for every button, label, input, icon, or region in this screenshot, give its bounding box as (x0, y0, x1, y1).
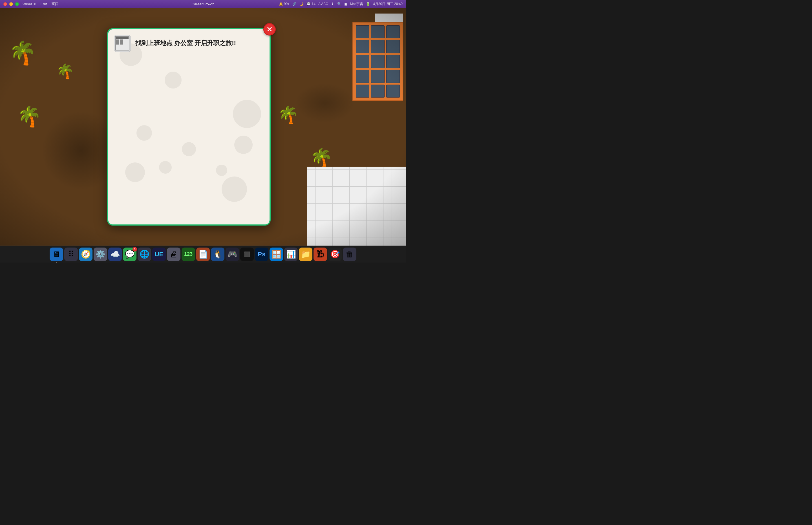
printer-icon: 🖨 (170, 250, 178, 259)
close-traffic[interactable] (3, 2, 7, 6)
dock-qq[interactable]: 🐧 (211, 247, 224, 261)
folder-icon: 📁 (301, 250, 311, 259)
wechat-badge: 3 (133, 247, 137, 252)
search-icon[interactable]: 🔍 (337, 2, 342, 6)
menu-edit[interactable]: Edit (41, 2, 47, 6)
game-area: 🌴 🌴 🌴 🌴 🌴 (0, 8, 406, 245)
app1-icon: 📊 (286, 250, 296, 259)
window-5 (371, 40, 385, 53)
baidu-icon: ☁️ (110, 250, 120, 259)
window-11 (371, 70, 385, 82)
office-icon (115, 36, 130, 50)
dock-photoshop[interactable]: Ps (255, 247, 268, 261)
traffic-lights (3, 2, 19, 6)
dock-finder[interactable]: 🖥 (50, 247, 63, 261)
pages-icon: 📄 (198, 250, 208, 259)
ue-icon: UE (155, 251, 164, 258)
dock-terminal[interactable]: ⬛ (240, 247, 254, 261)
steam-icon: 🎮 (227, 250, 237, 259)
dock-folder[interactable]: 📁 (299, 247, 312, 261)
qq-icon: 🐧 (213, 250, 223, 259)
ps-icon: Ps (258, 251, 266, 258)
menu-bar-right: 🔔 99+ 🔗 🌙 💬 14 A ABC 🎙 🔍 ▣ Mac宇宙 🔋 4月30日… (279, 2, 403, 6)
screen-icon[interactable]: ▣ (344, 2, 347, 6)
tile-ground (307, 167, 406, 245)
window-14 (371, 85, 385, 97)
windows-icon: 🪟 (271, 250, 281, 259)
chrome-icon: 🌐 (139, 250, 149, 259)
window-6 (386, 40, 400, 53)
building (341, 14, 403, 109)
datetime: 4月30日 周三 20:49 (373, 2, 403, 6)
minimize-traffic[interactable] (9, 2, 13, 6)
window-9 (386, 55, 400, 68)
dock-baidu[interactable]: ☁️ (108, 247, 122, 261)
notification-icon[interactable]: 🔔 99+ (279, 2, 290, 6)
window-4 (356, 40, 369, 53)
window-13 (356, 85, 369, 97)
menu-window[interactable]: 窗口 (51, 1, 59, 6)
palm-tree-1: 🌴 (9, 42, 37, 64)
dialog-icon (114, 35, 131, 52)
dialog-body (114, 56, 264, 219)
dock-pages[interactable]: 📄 (196, 247, 210, 261)
palm-tree-2: 🌴 (17, 107, 42, 126)
moon-icon[interactable]: 🌙 (299, 2, 304, 6)
mac-universe[interactable]: Mac宇宙 (350, 2, 363, 6)
window-7 (356, 55, 369, 68)
window-title: CareerGrowth (192, 2, 214, 6)
dock-chrome[interactable]: 🌐 (138, 247, 151, 261)
dialog-header: 找到上班地点 办公室 开启升职之旅!! (114, 35, 264, 52)
palm-tree-5: 🌴 (310, 149, 333, 167)
palm-tree-4: 🌴 (278, 107, 299, 123)
dialog-box: 找到上班地点 办公室 开启升职之旅!! (107, 28, 271, 226)
dialog-title: 找到上班地点 办公室 开启升职之旅!! (135, 39, 236, 47)
window-1 (356, 25, 369, 38)
building-windows (353, 22, 403, 100)
window-8 (371, 55, 385, 68)
dock-windows[interactable]: 🪟 (270, 247, 283, 261)
window-10 (356, 70, 369, 82)
dock-trash[interactable]: 🗑 (343, 247, 356, 261)
window-3 (386, 25, 400, 38)
terminal-icon: ⬛ (244, 251, 250, 257)
menu-bar-left: WineCX Edit 窗口 (22, 1, 59, 6)
dock-system-prefs[interactable]: ⚙️ (94, 247, 107, 261)
maximize-traffic[interactable] (15, 2, 19, 6)
safari-icon: 🧭 (81, 250, 91, 259)
dock: 🖥 ⠿ 🧭 ⚙️ ☁️ 💬 3 🌐 UE 🖨 123 📄 🐧 🎮 ⬛ Ps (0, 245, 406, 262)
system-prefs-icon: ⚙️ (95, 250, 105, 259)
dock-unity[interactable]: 🎯 (328, 247, 342, 261)
input-method[interactable]: A ABC (318, 2, 328, 6)
dock-safari[interactable]: 🧭 (79, 247, 92, 261)
battery-icon[interactable]: 🔋 (366, 2, 370, 6)
dock-steam[interactable]: 🎮 (226, 247, 239, 261)
dock-archive[interactable]: 🗜 (314, 247, 327, 261)
link-icon[interactable]: 🔗 (292, 2, 297, 6)
wechat-menubar[interactable]: 💬 14 (306, 2, 316, 6)
dock-printer[interactable]: 🖨 (167, 247, 180, 261)
dictation-icon[interactable]: 🎙 (331, 2, 334, 6)
app-name[interactable]: WineCX (22, 2, 36, 6)
titlebar: WineCX Edit 窗口 CareerGrowth 🔔 99+ 🔗 🌙 💬 … (0, 0, 406, 8)
dock-app1[interactable]: 📊 (284, 247, 298, 261)
dock-123[interactable]: 123 (182, 247, 195, 261)
building-body (352, 22, 403, 101)
dock-wechat[interactable]: 💬 3 (123, 247, 136, 261)
dock-ue[interactable]: UE (152, 247, 166, 261)
window-15 (386, 85, 400, 97)
finder-dot (56, 262, 57, 263)
dock-launchpad[interactable]: ⠿ (64, 247, 78, 261)
finder-icon: 🖥 (52, 250, 60, 259)
palm-tree-3: 🌴 (56, 64, 74, 78)
num-icon: 123 (184, 251, 193, 257)
unity-icon: 🎯 (330, 250, 340, 259)
window-2 (371, 25, 385, 38)
trash-icon: 🗑 (346, 250, 354, 259)
window-12 (386, 70, 400, 82)
launchpad-icon: ⠿ (68, 250, 74, 259)
dialog-close-button[interactable] (263, 23, 276, 35)
archive-icon: 🗜 (316, 250, 324, 259)
